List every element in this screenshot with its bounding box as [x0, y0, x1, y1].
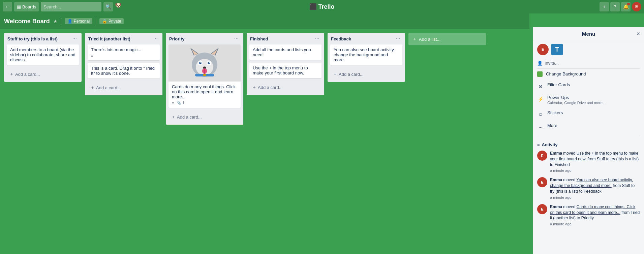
add-card-button[interactable]: ＋ Add a card...: [7, 69, 79, 79]
list-item: E Emma moved Use the + in the top menu t…: [537, 151, 640, 172]
add-card-button[interactable]: ＋ Add a card...: [168, 112, 241, 122]
list-header: Feedback ···: [328, 33, 405, 44]
table-row[interactable]: Cards do many cool things. Click on this…: [168, 44, 241, 108]
activity-link[interactable]: Cards do many cool things. Click on this…: [550, 204, 635, 215]
card-meta: ≡ 📎 1: [172, 101, 237, 105]
visibility-badge[interactable]: 👤 Personal: [65, 18, 92, 24]
menu-close-button[interactable]: ×: [636, 30, 640, 37]
lines-icon: ≡: [91, 54, 93, 58]
add-button[interactable]: +: [600, 2, 609, 11]
avatar-user[interactable]: E: [537, 44, 549, 55]
list-item: E Emma moved Cards do many cool things. …: [537, 204, 640, 226]
invite-button[interactable]: 👤 Invite...: [533, 58, 644, 68]
plus-icon: ＋: [412, 36, 417, 42]
menu-header: Menu ×: [533, 27, 644, 41]
trello-icon: ⬛: [309, 3, 317, 10]
board-wrap: Welcome Board ★ 👤 Personal 🔒 Private Stu…: [0, 13, 644, 254]
attachment-icon: 📎 1: [177, 101, 184, 105]
list-body: You can also see board activity, change …: [328, 44, 405, 68]
nav-right: + ? 🔔 E: [600, 2, 641, 11]
add-list-button[interactable]: ＋ Add a list...: [408, 33, 486, 45]
list-menu-button[interactable]: ···: [233, 36, 240, 42]
lock-icon: 🔒: [102, 19, 107, 24]
menu-item-change-bg[interactable]: Change Background: [533, 69, 644, 80]
filter-icon: ⊘: [537, 83, 544, 90]
list-body: Cards do many cool things. Click on this…: [166, 44, 243, 110]
avatar-trello-icon[interactable]: T: [551, 44, 563, 55]
board-header: Welcome Board ★ 👤 Personal 🔒 Private: [0, 13, 529, 29]
boards-button[interactable]: ▦ Boards: [14, 2, 39, 11]
list-item: E Emma moved You can also see board acti…: [537, 177, 640, 199]
menu-item-filter-cards[interactable]: ⊘ Filter Cards: [533, 80, 644, 92]
menu-item-stickers[interactable]: ☺ Stickers: [533, 107, 644, 120]
list-finished: Finished ··· Add all the cards and lists…: [247, 33, 324, 95]
plus-icon: ＋: [9, 71, 14, 77]
list-menu-button[interactable]: ···: [152, 36, 159, 42]
search-button[interactable]: 🔍: [103, 2, 113, 11]
table-row[interactable]: You can also see board activity, change …: [330, 44, 402, 65]
board-title: Welcome Board: [4, 18, 50, 25]
table-row[interactable]: Add members to a board (via the sidebar)…: [7, 44, 79, 65]
activity-link[interactable]: Use the + in the top menu to make your f…: [550, 151, 639, 161]
activity-title: ≡ Activity: [537, 142, 640, 147]
list-tried-it: Tried it (another list) ··· There's lots…: [85, 33, 162, 95]
sticker-icon: ☺: [537, 111, 544, 118]
help-button[interactable]: ?: [610, 2, 620, 11]
card-image: [168, 44, 241, 82]
menu-title: Menu: [582, 31, 595, 37]
plus-icon: ＋: [171, 114, 176, 120]
card-meta: ≡: [91, 54, 156, 58]
notifications-button[interactable]: 🔔: [621, 2, 631, 11]
list-header: Tried it (another list) ···: [85, 33, 162, 44]
add-card-button[interactable]: ＋ Add a card...: [88, 83, 160, 93]
back-button[interactable]: ←: [3, 2, 12, 11]
boards-icon: ▦: [17, 4, 21, 9]
divider: [61, 18, 61, 25]
privacy-badge[interactable]: 🔒 Private: [99, 18, 124, 24]
top-nav: ← ▦ Boards 🔍 🐶 ⬛ Trello + ? 🔔 E: [0, 0, 644, 13]
add-card-button[interactable]: ＋ Add a card...: [249, 82, 321, 92]
svg-point-12: [201, 62, 201, 63]
list-menu-button[interactable]: ···: [395, 36, 402, 42]
table-row[interactable]: Add all the cards and lists you need.: [249, 44, 321, 60]
menu-avatars: E T: [533, 41, 644, 58]
activity-avatar: E: [537, 177, 547, 187]
person-icon: 👤: [67, 19, 72, 24]
star-icon[interactable]: ★: [53, 19, 58, 24]
menu-item-more[interactable]: ··· More: [533, 120, 644, 133]
svg-rect-18: [203, 74, 206, 76]
menu-item-power-ups[interactable]: ⚡ Power-Ups Calendar, Google Drive and m…: [533, 92, 644, 107]
more-icon: ···: [537, 124, 544, 130]
plus-icon: ＋: [333, 71, 337, 77]
list-body: Add members to a board (via the sidebar)…: [4, 44, 82, 68]
activity-icon: ≡: [537, 142, 540, 147]
activity-avatar: E: [537, 204, 547, 214]
mascot-icon[interactable]: 🐶: [115, 2, 125, 11]
plus-icon: ＋: [252, 84, 256, 90]
table-row[interactable]: Use the + in the top menu to make your f…: [249, 63, 321, 78]
table-row[interactable]: There's lots more magic... ≡: [88, 44, 160, 60]
avatar[interactable]: E: [632, 2, 641, 11]
list-menu-button[interactable]: ···: [314, 36, 321, 42]
divider2: [96, 18, 96, 25]
search-input[interactable]: [41, 2, 101, 11]
plus-icon: ＋: [90, 85, 95, 91]
list-priority: Priority ···: [166, 33, 243, 125]
list-menu-button[interactable]: ···: [71, 36, 78, 42]
list-title: Stuff to try (this is a list): [7, 36, 58, 41]
board-content: Stuff to try (this is a list) ··· Add me…: [0, 29, 529, 254]
lines-icon: ≡: [172, 101, 174, 105]
table-row[interactable]: This is a card. Drag it onto "Tried It" …: [88, 63, 160, 78]
green-square-icon: [537, 71, 543, 77]
activity-avatar: E: [537, 151, 547, 161]
list-header: Finished ···: [247, 33, 324, 44]
add-card-button[interactable]: ＋ Add a card...: [330, 69, 402, 79]
list-title: Finished: [250, 36, 268, 41]
svg-point-13: [209, 62, 210, 63]
list-stuff-to-try: Stuff to try (this is a list) ··· Add me…: [4, 33, 82, 82]
activity-link[interactable]: You can also see board activity, change …: [550, 178, 633, 188]
list-body: There's lots more magic... ≡ This is a c…: [85, 44, 162, 81]
list-title: Feedback: [331, 36, 351, 41]
list-body: Add all the cards and lists you need. Us…: [247, 44, 324, 81]
list-header: Stuff to try (this is a list) ···: [4, 33, 82, 44]
